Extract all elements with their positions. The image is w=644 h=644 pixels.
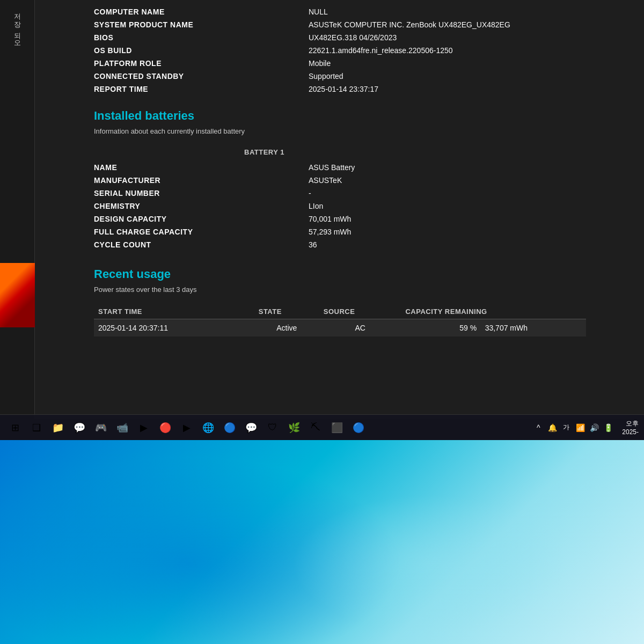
system-info-value: Mobile — [244, 57, 612, 70]
battery-label: NAME — [94, 161, 244, 174]
usage-table: START TIMESTATESOURCECAPACITY REMAINING … — [94, 304, 586, 336]
chevron-icon[interactable]: ^ — [533, 422, 544, 433]
taskbar-icon-file-explorer[interactable]: 📁 — [48, 418, 68, 437]
taskbar-icon-app2[interactable]: ▶ — [134, 418, 153, 437]
taskbar-clock[interactable]: 오후 2025- — [622, 419, 639, 436]
battery-info-row: FULL CHARGE CAPACITY 57,293 mWh — [94, 225, 612, 238]
system-info-row: CONNECTED STANDBY Supported — [94, 70, 612, 83]
battery-value: 70,001 mWh — [244, 213, 612, 225]
taskbar-left: ⊞❑📁💬🎮📹▶🔴▶🌐🔵💬🛡🌿⛏⬛🔵 — [5, 418, 368, 437]
taskbar-icon-app5[interactable]: 🌿 — [284, 418, 304, 437]
system-info-value: UX482EG.318 04/26/2023 — [244, 31, 612, 44]
usage-table-container: START TIMESTATESOURCECAPACITY REMAINING … — [94, 304, 612, 336]
battery-icon[interactable]: 🔋 — [603, 422, 613, 433]
battery-value: 57,293 mWh — [244, 225, 612, 238]
system-info-table: COMPUTER NAME NULL SYSTEM PRODUCT NAME A… — [94, 5, 612, 96]
battery-label: SERIAL NUMBER — [94, 187, 244, 200]
taskbar: ⊞❑📁💬🎮📹▶🔴▶🌐🔵💬🛡🌿⛏⬛🔵 ^ 🔔 가 📶 🔊 🔋 오후 2025- — [0, 414, 644, 440]
battery-info-row: NAME ASUS Battery — [94, 161, 612, 174]
usage-column-header: SOURCE — [319, 304, 401, 319]
taskbar-icon-app3[interactable]: 🔴 — [156, 418, 175, 437]
system-info-row: SYSTEM PRODUCT NAME ASUSTeK COMPUTER INC… — [94, 18, 612, 31]
left-panel: 저장 되오 — [0, 0, 35, 419]
taskbar-right: ^ 🔔 가 📶 🔊 🔋 오후 2025- — [533, 419, 639, 436]
battery-info-row: SERIAL NUMBER - — [94, 187, 612, 200]
taskbar-icon-chrome2[interactable]: 🔵 — [349, 418, 368, 437]
screen: 저장 되오 COMPUTER NAME NULL SYSTEM PRODUCT … — [0, 0, 644, 644]
system-info-row: OS BUILD 22621.1.amd64fre.ni_release.220… — [94, 44, 612, 57]
system-info-value: 22621.1.amd64fre.ni_release.220506-1250 — [244, 44, 612, 57]
system-info-row: PLATFORM ROLE Mobile — [94, 57, 612, 70]
taskbar-icon-minecraft[interactable]: ⛏ — [306, 418, 325, 437]
taskbar-icon-task-view[interactable]: ❑ — [27, 418, 46, 437]
usage-capacity: 59 % 33,707 mWh — [401, 319, 586, 337]
system-info-label: PLATFORM ROLE — [94, 57, 244, 70]
battery-label: FULL CHARGE CAPACITY — [94, 225, 244, 238]
taskbar-icon-chrome[interactable]: 🔵 — [220, 418, 239, 437]
taskbar-icon-app4[interactable]: 🛡 — [263, 418, 282, 437]
installed-batteries-subtitle: Information about each currently install… — [94, 127, 612, 135]
battery-label: CHEMISTRY — [94, 200, 244, 213]
recent-usage-section: Recent usage Power states over the last … — [94, 267, 612, 336]
report-area: COMPUTER NAME NULL SYSTEM PRODUCT NAME A… — [35, 0, 644, 419]
usage-table-header-row: START TIMESTATESOURCECAPACITY REMAINING — [94, 304, 586, 319]
usage-state: Active — [254, 319, 319, 337]
system-info-label: OS BUILD — [94, 44, 244, 57]
taskbar-icon-youtube[interactable]: ▶ — [177, 418, 196, 437]
taskbar-icon-zoom[interactable]: 📹 — [113, 418, 132, 437]
korean-ime-icon[interactable]: 가 — [561, 422, 572, 433]
taskbar-icon-edge[interactable]: 🌐 — [199, 418, 218, 437]
usage-source: AC — [319, 319, 401, 337]
system-info-value: ASUSTeK COMPUTER INC. ZenBook UX482EG_UX… — [244, 18, 612, 31]
battery-label: DESIGN CAPACITY — [94, 213, 244, 225]
wifi-icon[interactable]: 📶 — [575, 422, 586, 433]
battery-label: MANUFACTURER — [94, 174, 244, 187]
system-info-value: Supported — [244, 70, 612, 83]
battery-value: ASUS Battery — [244, 161, 612, 174]
battery-info-row: MANUFACTURER ASUSTeK — [94, 174, 612, 187]
system-info-value: 2025-01-14 23:37:17 — [244, 83, 612, 96]
taskbar-icon-skype[interactable]: 💬 — [241, 418, 261, 437]
battery-value: ASUSTeK — [244, 174, 612, 187]
left-thumbnail — [0, 263, 35, 327]
usage-start-time: 2025-01-14 20:37:11 — [94, 319, 254, 337]
taskbar-icon-windows-start[interactable]: ⊞ — [5, 418, 25, 437]
system-info-label: SYSTEM PRODUCT NAME — [94, 18, 244, 31]
usage-column-header: CAPACITY REMAINING — [401, 304, 586, 319]
usage-column-header: STATE — [254, 304, 319, 319]
recent-usage-title: Recent usage — [94, 267, 612, 281]
battery-value: LIon — [244, 200, 612, 213]
usage-table-row: 2025-01-14 20:37:11 Active AC 59 % 33,70… — [94, 319, 586, 337]
swirl-2 — [268, 483, 590, 644]
system-info-value: NULL — [244, 5, 612, 18]
battery-info-row: DESIGN CAPACITY 70,001 mWh — [94, 213, 612, 225]
volume-icon[interactable]: 🔊 — [589, 422, 599, 433]
battery-header: BATTERY 1 — [94, 146, 612, 158]
clock-date: 2025- — [622, 428, 639, 436]
system-info-label: BIOS — [94, 31, 244, 44]
battery-table: NAME ASUS Battery MANUFACTURER ASUSTeK S… — [94, 161, 612, 251]
system-info-row: BIOS UX482EG.318 04/26/2023 — [94, 31, 612, 44]
taskbar-icon-terminal[interactable]: ⬛ — [327, 418, 347, 437]
recent-usage-subtitle: Power states over the last 3 days — [94, 286, 612, 294]
system-info-row: COMPUTER NAME NULL — [94, 5, 612, 18]
installed-batteries-title: Installed batteries — [94, 109, 612, 123]
system-info-label: REPORT TIME — [94, 83, 244, 96]
usage-column-header: START TIME — [94, 304, 254, 319]
battery-info-row: CHEMISTRY LIon — [94, 200, 612, 213]
taskbar-icon-app1[interactable]: 💬 — [70, 418, 89, 437]
installed-batteries-section: Installed batteries Information about ea… — [94, 109, 612, 251]
korean-label: 저장 되오 — [12, 8, 22, 43]
battery-label: CYCLE COUNT — [94, 238, 244, 251]
system-info-label: CONNECTED STANDBY — [94, 70, 244, 83]
system-info-label: COMPUTER NAME — [94, 5, 244, 18]
system-info-row: REPORT TIME 2025-01-14 23:37:17 — [94, 83, 612, 96]
notification-icon[interactable]: 🔔 — [547, 422, 558, 433]
battery-value: 36 — [244, 238, 612, 251]
desktop-wallpaper — [0, 440, 644, 644]
clock-time: 오후 — [626, 419, 639, 428]
battery-info-row: CYCLE COUNT 36 — [94, 238, 612, 251]
taskbar-icon-discord[interactable]: 🎮 — [91, 418, 111, 437]
battery-value: - — [244, 187, 612, 200]
